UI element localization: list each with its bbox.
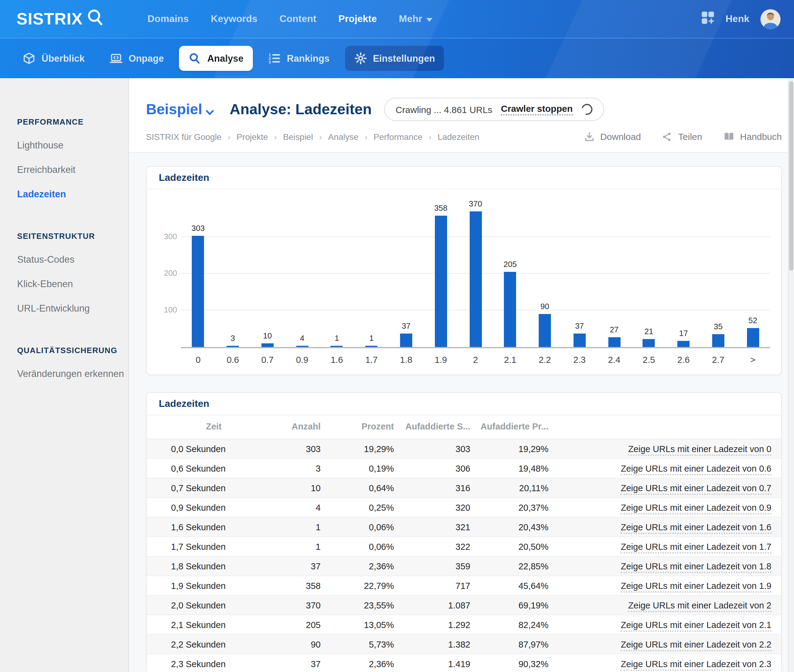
chart-bar-2[interactable]: [470, 211, 482, 347]
show-urls-link[interactable]: Zeige URLs mit einer Ladezeit von 2.1: [621, 620, 772, 631]
table-row: 0,6 Sekunden30,19%30619,48%Zeige URLs mi…: [147, 459, 781, 478]
show-urls-link[interactable]: Zeige URLs mit einer Ladezeit von 1.6: [621, 522, 772, 534]
sidebar-item-veränderungen-erkennen[interactable]: Veränderungen erkennen: [17, 368, 128, 379]
column-header-Zeit[interactable]: Zeit: [147, 415, 257, 439]
column-header-links[interactable]: [548, 415, 781, 439]
topnav-item-keywords[interactable]: Keywords: [202, 7, 266, 30]
scrollbar-thumb[interactable]: [789, 81, 793, 270]
sidebar-item-url-entwicklung[interactable]: URL-Entwicklung: [17, 303, 128, 314]
chart-bar-2.6[interactable]: [677, 341, 690, 347]
subnav-item-rankings[interactable]: 123Rankings: [259, 46, 339, 71]
top-bar-right: Henk: [701, 9, 781, 29]
show-urls-link[interactable]: Zeige URLs mit einer Ladezeit von 0.7: [621, 483, 772, 494]
bar-group-2.4: 27: [597, 189, 631, 347]
breadcrumb-item[interactable]: Projekte: [236, 132, 268, 141]
cell-link: Zeige URLs mit einer Ladezeit von 0.6: [548, 459, 781, 478]
chart-bar-2.1[interactable]: [504, 272, 516, 347]
sidebar-item-klick-ebenen[interactable]: Klick-Ebenen: [17, 278, 128, 290]
breadcrumb-item[interactable]: Ladezeiten: [438, 132, 479, 141]
chart-bar-2.3[interactable]: [574, 334, 586, 347]
chart-bar-1.8[interactable]: [400, 334, 412, 347]
bar-group-1.8: 37: [389, 189, 423, 347]
chart-bar-2.2[interactable]: [539, 314, 551, 347]
subnav-item-einstellungen[interactable]: Einstellungen: [345, 46, 444, 71]
chart-bar-2.7[interactable]: [712, 334, 724, 347]
chart-bar-1.6[interactable]: [331, 346, 343, 347]
user-menu[interactable]: Henk: [725, 13, 749, 24]
bar-group-2.6: 17: [666, 189, 701, 347]
chart-bar-1.9[interactable]: [435, 216, 447, 347]
project-selector[interactable]: Beispiel: [146, 99, 214, 119]
topnav-item-content[interactable]: Content: [271, 7, 325, 30]
table-row: 1,7 Sekunden10,06%32220,50%Zeige URLs mi…: [147, 537, 781, 556]
sidebar-item-erreichbarkeit[interactable]: Erreichbarkeit: [17, 164, 128, 175]
subnav-item-onpage[interactable]: Onpage: [100, 45, 173, 71]
show-urls-link[interactable]: Zeige URLs mit einer Ladezeit von 0.6: [621, 463, 772, 475]
table-card-header: Ladezeiten: [147, 393, 781, 415]
column-header-Anzahl[interactable]: Anzahl: [257, 415, 321, 439]
subnav-item-label: Einstellungen: [373, 53, 435, 64]
chart-bar-2.5[interactable]: [643, 339, 655, 347]
brand-wordmark: SISTRIX: [16, 10, 83, 29]
apps-grid-icon[interactable]: [701, 11, 714, 27]
show-urls-link[interactable]: Zeige URLs mit einer Ladezeit von 0: [628, 444, 772, 456]
show-urls-link[interactable]: Zeige URLs mit einer Ladezeit von 1.9: [621, 581, 772, 592]
chart-bar-0.9[interactable]: [296, 346, 308, 347]
cell-link: Zeige URLs mit einer Ladezeit von 1.8: [548, 556, 781, 576]
show-urls-link[interactable]: Zeige URLs mit einer Ladezeit von 1.8: [621, 561, 772, 573]
subnav-item-analyse[interactable]: Analyse: [179, 46, 253, 71]
subnav-item-überblick[interactable]: Überblick: [13, 46, 94, 71]
cell-cum_prozent: 90,32%: [470, 654, 548, 672]
cell-cum_prozent: 20,11%: [470, 478, 548, 498]
topnav-item-domains[interactable]: Domains: [139, 7, 197, 30]
breadcrumb: SISTRIX für Google›Projekte›Beispiel›Ana…: [146, 132, 583, 141]
column-header-Prozent[interactable]: Prozent: [321, 415, 394, 439]
show-urls-link[interactable]: Zeige URLs mit einer Ladezeit von 2.2: [621, 639, 772, 651]
show-urls-link[interactable]: Zeige URLs mit einer Ladezeit von 0.9: [621, 502, 772, 514]
chart-bar-1.7[interactable]: [365, 346, 377, 347]
chart-bar-0[interactable]: [192, 236, 204, 347]
cell-cum_prozent: 20,50%: [470, 537, 548, 556]
cell-link: Zeige URLs mit einer Ladezeit von 2.3: [548, 654, 781, 672]
chart-bar-2.4[interactable]: [608, 337, 620, 347]
chart-bar-0.7[interactable]: [261, 343, 274, 347]
chart-x-axis: 00.60.70.91.61.71.81.922.12.22.32.42.52.…: [181, 348, 770, 374]
breadcrumb-item[interactable]: Performance: [374, 132, 422, 141]
show-urls-link[interactable]: Zeige URLs mit einer Ladezeit von 1.7: [621, 542, 772, 553]
table-row: 2,3 Sekunden372,36%1.41990,32%Zeige URLs…: [147, 654, 781, 672]
cell-anzahl: 37: [257, 654, 321, 672]
sidebar-section-title: PERFORMANCE: [17, 117, 128, 126]
sidebar-item-lighthouse[interactable]: Lighthouse: [17, 140, 128, 151]
avatar[interactable]: [760, 9, 781, 29]
column-header-Aufaddierte S...[interactable]: Aufaddierte S...: [394, 415, 470, 439]
cell-zeit: 0,7 Sekunden: [147, 478, 257, 498]
chart-bar-0.6[interactable]: [227, 346, 239, 347]
cell-cum: 316: [394, 478, 470, 498]
sidebar-item-status-codes[interactable]: Status-Codes: [17, 254, 128, 265]
breadcrumb-item[interactable]: Beispiel: [283, 132, 313, 141]
handbuch-button[interactable]: Handbuch: [723, 131, 782, 142]
chart-bar->[interactable]: [747, 328, 759, 347]
show-urls-link[interactable]: Zeige URLs mit einer Ladezeit von 2: [628, 600, 772, 612]
cell-cum: 303: [394, 439, 470, 459]
sistrix-logo[interactable]: SISTRIX: [16, 8, 105, 30]
show-urls-link[interactable]: Zeige URLs mit einer Ladezeit von 2.3: [621, 659, 772, 670]
x-tick-label: 2.6: [666, 355, 701, 365]
topnav-item-mehr[interactable]: Mehr: [390, 7, 441, 30]
breadcrumb-item[interactable]: Analyse: [328, 132, 358, 141]
cell-zeit: 1,7 Sekunden: [147, 537, 257, 556]
breadcrumb-item[interactable]: SISTRIX für Google: [146, 132, 221, 141]
x-tick-label: 1.7: [354, 355, 389, 365]
gear-icon: [354, 52, 367, 65]
column-header-Aufaddierte Pr...[interactable]: Aufaddierte Pr...: [470, 415, 548, 439]
sidebar-item-ladezeiten[interactable]: Ladezeiten: [17, 189, 128, 200]
scrollbar[interactable]: [788, 79, 794, 672]
download-button[interactable]: Download: [583, 131, 641, 142]
layout: PERFORMANCELighthouseErreichbarkeitLadez…: [0, 78, 794, 672]
ladezeiten-table: ZeitAnzahlProzentAufaddierte S...Aufaddi…: [147, 415, 781, 672]
chart-card: Ladezeiten 10020030030331041137358370205…: [146, 166, 782, 375]
crawler-stop-button[interactable]: Crawler stoppen: [501, 103, 573, 115]
title-row: Beispiel Analyse: Ladezeiten Crawling ..…: [146, 98, 782, 121]
topnav-item-projekte[interactable]: Projekte: [330, 7, 385, 30]
teilen-button[interactable]: Teilen: [662, 131, 702, 142]
